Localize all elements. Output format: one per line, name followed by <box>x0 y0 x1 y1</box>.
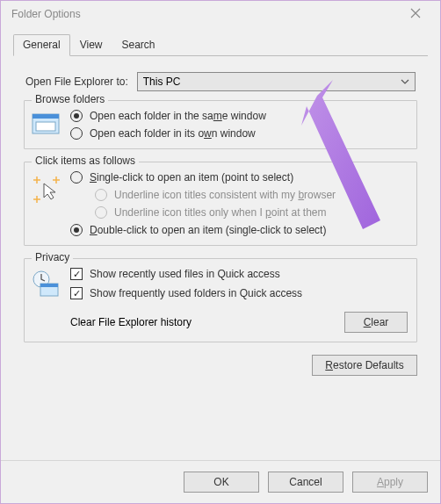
cancel-button[interactable]: Cancel <box>268 472 343 493</box>
click-items-legend: Click items as follows <box>32 155 139 167</box>
click-items-group: Click items as follows Single-click to o… <box>24 162 417 246</box>
open-explorer-row: Open File Explorer to: This PC <box>25 72 416 91</box>
radio-same-window-label: Open each folder in the same window <box>90 110 266 122</box>
radio-single-click[interactable]: Single-click to open an item (point to s… <box>70 171 336 184</box>
apply-button[interactable]: Apply <box>352 472 428 493</box>
privacy-group: Privacy Show recently used files in Quic… <box>24 258 417 342</box>
radio-icon <box>95 189 107 201</box>
check-recent-files[interactable]: Show recently used files in Quick access <box>70 268 408 280</box>
check-recent-files-label: Show recently used files in Quick access <box>90 268 280 280</box>
radio-own-window-label: Open each folder in its own window <box>90 127 256 140</box>
radio-own-window[interactable]: Open each folder in its own window <box>70 127 266 140</box>
open-explorer-value: This PC <box>143 76 181 88</box>
radio-icon <box>70 171 83 184</box>
general-pane: Open File Explorer to: This PC Browse fo… <box>1 56 440 383</box>
browse-folders-legend: Browse folders <box>32 93 108 105</box>
history-clock-icon <box>32 270 61 296</box>
close-icon[interactable] <box>398 8 433 21</box>
radio-underline-point: Underline icon titles only when I point … <box>95 206 336 219</box>
checkbox-icon <box>70 268 83 280</box>
titlebar: Folder Options <box>1 1 440 27</box>
radio-icon <box>95 206 107 219</box>
folder-options-dialog: Folder Options General View Search Open … <box>0 0 441 504</box>
svg-rect-5 <box>40 284 58 287</box>
privacy-legend: Privacy <box>32 251 73 263</box>
ok-button[interactable]: OK <box>184 472 259 493</box>
chevron-down-icon <box>401 79 409 84</box>
tab-search[interactable]: Search <box>112 34 165 55</box>
restore-defaults-button[interactable]: Restore Defaults <box>312 355 417 376</box>
radio-double-click-label: Double-click to open an item (single-cli… <box>90 224 326 236</box>
radio-underline-point-label: Underline icon titles only when I point … <box>114 206 326 219</box>
radio-icon <box>70 127 83 140</box>
click-cursor-icon <box>32 173 61 199</box>
radio-double-click[interactable]: Double-click to open an item (single-cli… <box>70 224 336 236</box>
checkbox-icon <box>70 287 83 299</box>
svg-rect-2 <box>36 122 55 131</box>
check-frequent-folders[interactable]: Show frequently used folders in Quick ac… <box>70 287 408 299</box>
radio-same-window[interactable]: Open each folder in the same window <box>70 110 266 122</box>
radio-single-click-label: Single-click to open an item (point to s… <box>90 171 293 184</box>
radio-icon <box>70 110 83 122</box>
folder-window-icon <box>32 112 61 138</box>
radio-icon <box>70 224 83 236</box>
tab-row: General View Search <box>13 34 428 56</box>
radio-underline-browser-label: Underline icon titles consistent with my… <box>114 189 336 201</box>
window-title: Folder Options <box>8 8 81 20</box>
check-frequent-folders-label: Show frequently used folders in Quick ac… <box>90 287 302 299</box>
tab-general[interactable]: General <box>13 34 70 56</box>
tab-view[interactable]: View <box>70 34 112 55</box>
open-explorer-select[interactable]: This PC <box>137 72 416 91</box>
clear-history-label: Clear File Explorer history <box>70 316 192 328</box>
dialog-footer: OK Cancel Apply <box>1 460 440 503</box>
radio-underline-browser: Underline icon titles consistent with my… <box>95 189 336 201</box>
open-explorer-label: Open File Explorer to: <box>25 76 128 88</box>
browse-folders-group: Browse folders Open each folder in the s… <box>24 100 417 149</box>
svg-rect-1 <box>33 114 59 119</box>
clear-button[interactable]: Clear <box>344 312 408 333</box>
